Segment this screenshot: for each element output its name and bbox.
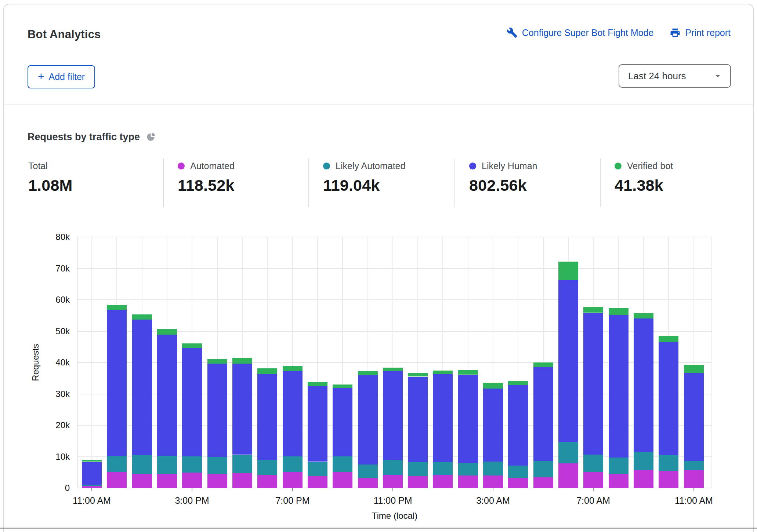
bar-segment-automated[interactable] xyxy=(232,473,252,488)
bar-segment-automated[interactable] xyxy=(408,476,428,488)
bar-segment-verified-bot[interactable] xyxy=(257,368,277,374)
bar-segment-likely-human[interactable] xyxy=(157,335,177,456)
bar-segment-likely-automated[interactable] xyxy=(308,462,327,476)
bar-segment-verified-bot[interactable] xyxy=(609,308,629,315)
bar-segment-likely-automated[interactable] xyxy=(157,456,177,474)
bar-segment-likely-automated[interactable] xyxy=(558,442,578,463)
bar-segment-automated[interactable] xyxy=(207,474,227,488)
bar-segment-verified-bot[interactable] xyxy=(182,343,202,348)
bar-segment-likely-automated[interactable] xyxy=(458,463,478,475)
bar-segment-verified-bot[interactable] xyxy=(232,358,252,364)
bar-segment-verified-bot[interactable] xyxy=(283,366,303,371)
bar-segment-likely-human[interactable] xyxy=(182,347,202,456)
bar-segment-likely-human[interactable] xyxy=(609,315,629,458)
bar-segment-automated[interactable] xyxy=(308,476,327,488)
bar-segment-automated[interactable] xyxy=(508,478,528,488)
bar-segment-verified-bot[interactable] xyxy=(659,336,678,342)
bar-segment-automated[interactable] xyxy=(182,473,202,488)
bar-segment-automated[interactable] xyxy=(609,474,629,488)
add-filter-button[interactable]: + Add filter xyxy=(28,65,95,88)
bar-segment-automated[interactable] xyxy=(634,470,653,488)
bar-segment-likely-human[interactable] xyxy=(408,377,428,462)
bar-segment-likely-automated[interactable] xyxy=(408,462,428,476)
bar-segment-likely-automated[interactable] xyxy=(483,462,503,475)
bar-segment-likely-automated[interactable] xyxy=(659,455,678,471)
bar-segment-likely-human[interactable] xyxy=(383,371,403,460)
bar-segment-verified-bot[interactable] xyxy=(358,371,378,375)
bar-segment-automated[interactable] xyxy=(257,475,277,488)
bar-segment-likely-automated[interactable] xyxy=(132,455,152,474)
bar-segment-automated[interactable] xyxy=(333,472,352,488)
bar-segment-likely-human[interactable] xyxy=(232,364,252,455)
bar-segment-automated[interactable] xyxy=(383,475,403,488)
bar-segment-verified-bot[interactable] xyxy=(483,383,503,389)
bar-segment-likely-automated[interactable] xyxy=(207,457,227,474)
bar-segment-likely-automated[interactable] xyxy=(583,454,603,472)
bar-segment-likely-automated[interactable] xyxy=(182,456,202,473)
bar-segment-verified-bot[interactable] xyxy=(408,373,428,376)
bar-segment-likely-automated[interactable] xyxy=(609,458,629,474)
bar-segment-likely-automated[interactable] xyxy=(383,460,403,475)
bar-segment-verified-bot[interactable] xyxy=(433,371,453,374)
bar-segment-verified-bot[interactable] xyxy=(107,305,127,310)
bar-segment-likely-automated[interactable] xyxy=(634,452,653,470)
bar-segment-automated[interactable] xyxy=(684,470,704,488)
bar-segment-verified-bot[interactable] xyxy=(583,307,603,313)
bar-segment-verified-bot[interactable] xyxy=(82,460,102,462)
bar-segment-automated[interactable] xyxy=(659,471,678,488)
bar-segment-automated[interactable] xyxy=(483,475,503,488)
bar-segment-likely-human[interactable] xyxy=(107,310,127,456)
bar-segment-likely-human[interactable] xyxy=(207,364,227,457)
configure-super-bot-fight-mode-link[interactable]: Configure Super Bot Fight Mode xyxy=(507,27,654,38)
bar-segment-verified-bot[interactable] xyxy=(383,368,403,371)
bar-segment-automated[interactable] xyxy=(358,478,378,488)
print-report-link[interactable]: Print report xyxy=(670,27,731,38)
bar-segment-likely-human[interactable] xyxy=(508,385,528,466)
bar-segment-likely-automated[interactable] xyxy=(283,456,303,472)
bar-segment-verified-bot[interactable] xyxy=(634,313,653,318)
bar-segment-likely-automated[interactable] xyxy=(433,462,453,475)
bar-segment-verified-bot[interactable] xyxy=(508,381,528,385)
bar-segment-likely-human[interactable] xyxy=(333,388,352,456)
bar-segment-verified-bot[interactable] xyxy=(533,362,553,367)
bar-segment-verified-bot[interactable] xyxy=(684,365,704,373)
bar-segment-verified-bot[interactable] xyxy=(308,382,327,386)
bar-segment-likely-human[interactable] xyxy=(583,313,603,455)
bar-segment-likely-automated[interactable] xyxy=(533,461,553,477)
bar-segment-likely-automated[interactable] xyxy=(232,455,252,473)
bar-segment-likely-human[interactable] xyxy=(684,373,704,461)
bar-segment-likely-automated[interactable] xyxy=(508,466,528,478)
bar-segment-automated[interactable] xyxy=(283,472,303,488)
bar-segment-likely-human[interactable] xyxy=(659,342,678,455)
bar-segment-verified-bot[interactable] xyxy=(458,370,478,375)
bar-segment-automated[interactable] xyxy=(132,474,152,488)
bar-segment-automated[interactable] xyxy=(558,463,578,488)
bar-segment-automated[interactable] xyxy=(157,474,177,488)
bar-segment-likely-human[interactable] xyxy=(132,320,152,455)
bar-segment-verified-bot[interactable] xyxy=(333,385,352,388)
bar-segment-likely-automated[interactable] xyxy=(333,456,352,472)
bar-segment-likely-human[interactable] xyxy=(358,375,378,464)
bar-segment-likely-human[interactable] xyxy=(458,375,478,463)
bar-segment-likely-human[interactable] xyxy=(483,389,503,462)
bar-segment-likely-human[interactable] xyxy=(634,318,653,452)
bar-segment-verified-bot[interactable] xyxy=(157,329,177,335)
bar-segment-likely-automated[interactable] xyxy=(257,460,277,475)
bar-segment-automated[interactable] xyxy=(433,475,453,488)
time-range-select[interactable]: Last 24 hours xyxy=(619,64,731,88)
bar-segment-likely-automated[interactable] xyxy=(358,464,378,478)
bar-segment-automated[interactable] xyxy=(533,477,553,488)
bar-segment-automated[interactable] xyxy=(458,475,478,488)
bar-segment-likely-human[interactable] xyxy=(283,371,303,456)
bar-segment-likely-human[interactable] xyxy=(308,386,327,462)
bar-segment-likely-human[interactable] xyxy=(257,374,277,460)
bar-segment-likely-human[interactable] xyxy=(82,462,102,485)
bar-segment-likely-human[interactable] xyxy=(433,374,453,462)
bar-segment-likely-human[interactable] xyxy=(533,367,553,461)
bar-segment-likely-automated[interactable] xyxy=(107,456,127,472)
bar-segment-likely-human[interactable] xyxy=(558,280,578,442)
bar-segment-verified-bot[interactable] xyxy=(207,359,227,364)
bar-segment-likely-automated[interactable] xyxy=(684,460,704,470)
bar-segment-verified-bot[interactable] xyxy=(558,262,578,280)
bar-segment-automated[interactable] xyxy=(107,472,127,488)
